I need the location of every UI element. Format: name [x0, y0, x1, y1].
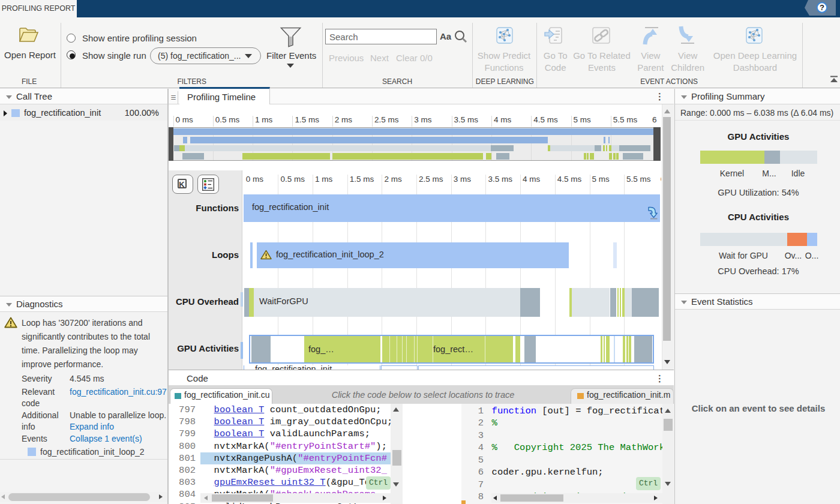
svg-text:?: ?: [820, 3, 824, 12]
